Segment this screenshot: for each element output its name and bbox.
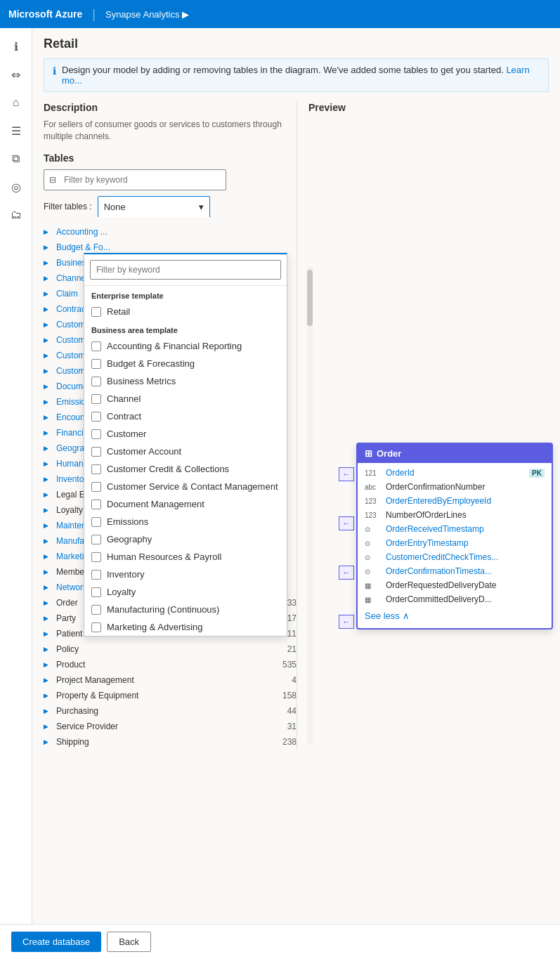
table-row[interactable]: ▶ Property & Equipment 158: [44, 688, 297, 703]
field-name-orderid: OrderId: [386, 468, 525, 478]
back-button[interactable]: Back: [107, 932, 151, 952]
dropdown-item-manufacturing[interactable]: Manufacturing (Continuous): [84, 601, 287, 618]
inventory-checkbox[interactable]: [91, 570, 101, 580]
topbar-section[interactable]: Synapse Analytics ▶: [105, 9, 190, 20]
table-row[interactable]: ▶ Purchasing 44: [44, 703, 297, 719]
chevron-icon: ▶: [44, 460, 52, 467]
hr-checkbox[interactable]: [91, 552, 101, 562]
chevron-icon: ▶: [44, 692, 52, 699]
chevron-icon: ▶: [44, 646, 52, 653]
retail-checkbox[interactable]: [91, 307, 101, 317]
field-type-badge: ⊙: [365, 554, 382, 561]
business-metrics-checkbox[interactable]: [91, 377, 101, 386]
field-name-employee: OrderEnteredByEmployeeId: [386, 496, 545, 506]
arrow-connector-4: ←: [339, 615, 354, 629]
manufacturing-checkbox[interactable]: [91, 605, 101, 615]
table-row[interactable]: ▶ Shipping 238: [44, 734, 297, 750]
info-banner: ℹ Design your model by adding or removin…: [44, 58, 549, 92]
sidebar-icon-info[interactable]: ℹ: [4, 34, 29, 59]
loyalty-checkbox[interactable]: [91, 587, 101, 597]
hr-label: Human Resources & Payroll: [107, 552, 221, 562]
order-field-orderid: 121 OrderId PK: [358, 466, 552, 480]
table-row[interactable]: ▶ Project Management 4: [44, 672, 297, 688]
sidebar-icon-circle[interactable]: ◎: [4, 174, 29, 200]
marketing-checkbox[interactable]: [91, 622, 101, 632]
chevron-icon: ▶: [44, 429, 52, 436]
dropdown-item-emissions[interactable]: Emissions: [84, 513, 287, 530]
dropdown-item-customer-service[interactable]: Customer Service & Contact Management: [84, 478, 287, 495]
chevron-icon: ▶: [44, 367, 52, 374]
dropdown-item-marketing[interactable]: Marketing & Advertising: [84, 618, 287, 636]
emissions-checkbox[interactable]: [91, 517, 101, 527]
dropdown-scrollbar[interactable]: [307, 267, 313, 745]
field-type-badge: 121: [365, 469, 382, 477]
dropdown-search-input[interactable]: [90, 260, 281, 280]
see-less-button[interactable]: See less ∧: [358, 606, 552, 625]
table-row[interactable]: ▶ Policy 21: [44, 641, 297, 657]
order-table-icon: ⊞: [365, 448, 372, 459]
customer-checkbox[interactable]: [91, 429, 101, 439]
contract-label: Contract: [107, 411, 141, 422]
dropdown-scroll-area[interactable]: Enterprise template Retail Business area…: [84, 286, 287, 636]
keyword-filter-input[interactable]: [44, 169, 226, 190]
table-row[interactable]: ▶ Product 535: [44, 657, 297, 672]
contract-checkbox[interactable]: [91, 412, 101, 422]
field-name-received-ts: OrderReceivedTimestamp: [386, 524, 545, 534]
dropdown-item-contract[interactable]: Contract: [84, 407, 287, 425]
geography-checkbox[interactable]: [91, 535, 101, 544]
customer-service-checkbox[interactable]: [91, 482, 101, 492]
info-banner-text: Design your model by adding or removing …: [62, 65, 540, 86]
filter-tables-select[interactable]: None ▾: [98, 196, 210, 217]
section-label: Synapse Analytics: [105, 9, 180, 20]
dropdown-item-inventory[interactable]: Inventory: [84, 566, 287, 583]
arrow-connector-2: ←: [339, 516, 354, 530]
field-type-badge: abc: [365, 483, 382, 491]
create-database-button[interactable]: Create database: [11, 932, 101, 952]
sidebar-icon-expand[interactable]: ⇔: [4, 62, 29, 87]
dropdown-item-channel[interactable]: Channel: [84, 390, 287, 407]
chevron-icon: ▶: [44, 630, 52, 637]
marketing-label: Marketing & Advertising: [107, 622, 203, 632]
accounting-checkbox[interactable]: [91, 341, 101, 351]
dropdown-item-customer-account[interactable]: Customer Account: [84, 443, 287, 460]
dropdown-item-loyalty[interactable]: Loyalty: [84, 583, 287, 601]
chevron-icon: ▶: [44, 661, 52, 668]
sidebar-icon-briefcase[interactable]: 🗂: [4, 202, 29, 228]
field-type-badge: ⊙: [365, 568, 382, 575]
budget-checkbox[interactable]: [91, 359, 101, 369]
table-row[interactable]: ▶ Accounting ...: [44, 224, 297, 240]
order-field-requested-date: ▦ OrderRequestedDeliveryDate: [358, 578, 552, 592]
customer-account-label: Customer Account: [107, 446, 181, 457]
document-checkbox[interactable]: [91, 500, 101, 509]
dropdown-item-document[interactable]: Document Management: [84, 495, 287, 513]
inventory-label: Inventory: [107, 569, 144, 580]
order-card-body: 121 OrderId PK abc OrderConfirmationNumb…: [358, 463, 552, 628]
chevron-icon: ▶: [44, 290, 52, 297]
dropdown-item-customer[interactable]: Customer: [84, 425, 287, 443]
table-row[interactable]: ▶ Service Provider 31: [44, 719, 297, 734]
dropdown-item-retail[interactable]: Retail: [84, 303, 287, 320]
document-label: Document Management: [107, 499, 204, 509]
dropdown-item-business-metrics[interactable]: Business Metrics: [84, 372, 287, 390]
dropdown-item-geography[interactable]: Geography: [84, 530, 287, 548]
business-section-label: Business area template: [84, 320, 287, 337]
dropdown-item-customer-credit[interactable]: Customer Credit & Collections: [84, 460, 287, 478]
emissions-label: Emissions: [107, 516, 148, 527]
order-card-header: ⊞ Order: [358, 444, 552, 463]
sidebar-icon-home[interactable]: ⌂: [4, 90, 29, 115]
sidebar-icon-layer[interactable]: ⧉: [4, 146, 29, 171]
dropdown-item-hr[interactable]: Human Resources & Payroll: [84, 548, 287, 566]
customer-credit-checkbox[interactable]: [91, 464, 101, 474]
field-name-orderlines: NumberOfOrderLines: [386, 510, 545, 520]
sidebar-icon-document[interactable]: ☰: [4, 118, 29, 143]
arrow-connector-1: ←: [339, 467, 354, 481]
dropdown-item-accounting[interactable]: Accounting & Financial Reporting: [84, 337, 287, 355]
field-name-requested-date: OrderRequestedDeliveryDate: [386, 580, 545, 590]
pk-badge: PK: [529, 469, 545, 478]
dropdown-item-budget[interactable]: Budget & Forecasting: [84, 355, 287, 372]
order-field-entry-ts: ⊙ OrderEntryTimestamp: [358, 536, 552, 550]
customer-account-checkbox[interactable]: [91, 447, 101, 457]
chevron-icon: ▶: [44, 522, 52, 529]
channel-checkbox[interactable]: [91, 394, 101, 404]
bottom-bar: Create database Back: [0, 924, 560, 959]
